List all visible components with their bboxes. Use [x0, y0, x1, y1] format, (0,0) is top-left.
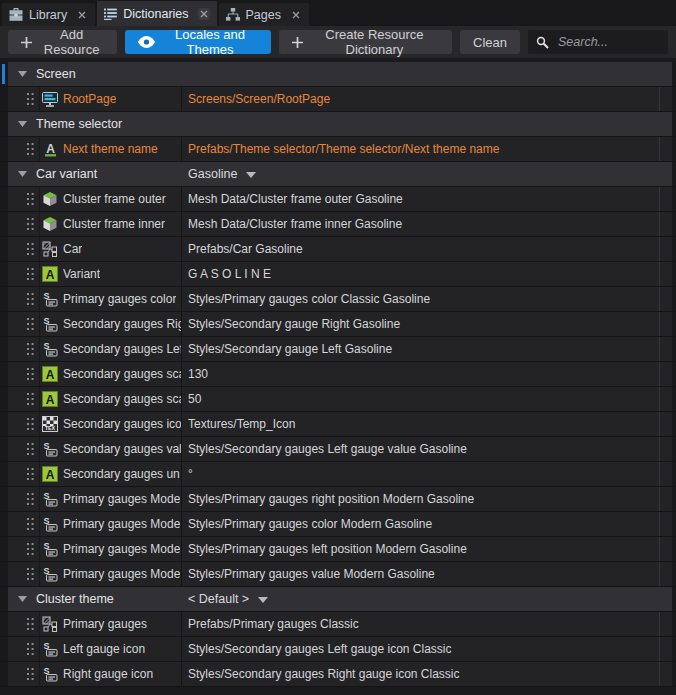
drag-handle[interactable] [8, 512, 40, 536]
drag-handle[interactable] [8, 612, 40, 636]
resource-row[interactable]: Primary gaugesPrefabs/Primary gauges Cla… [0, 612, 676, 637]
drag-handle[interactable] [8, 312, 40, 336]
drag-handle[interactable] [8, 462, 40, 486]
resource-value[interactable]: G A S O L I N E [181, 262, 660, 286]
style-icon: S [42, 666, 58, 682]
resource-row[interactable]: SPrimary gauges ModeStyles/Primary gauge… [0, 537, 676, 562]
section-header-screen[interactable]: Screen [0, 62, 676, 87]
collapse-arrow-icon[interactable] [18, 596, 27, 602]
resource-value[interactable]: Styles/Secondary gauge Right Gasoline [181, 312, 660, 336]
resource-value[interactable]: Prefabs/Car Gasoline [181, 237, 660, 261]
row-gutter [0, 387, 8, 411]
resource-row[interactable]: CarPrefabs/Car Gasoline [0, 237, 676, 262]
resource-row[interactable]: SSecondary gauges valStyles/Secondary ga… [0, 437, 676, 462]
drag-handle[interactable] [8, 337, 40, 361]
cluster-theme-dropdown[interactable]: < Default > [188, 592, 268, 606]
section-header-car-variant[interactable]: Car variantGasoline [0, 162, 676, 187]
resource-row[interactable]: ANext theme namePrefabs/Theme selector/T… [0, 137, 676, 162]
tab-pages[interactable]: Pages [219, 3, 309, 26]
search-box[interactable] [528, 30, 668, 54]
resource-value[interactable]: Styles/Primary gauges left position Mode… [181, 537, 660, 561]
resource-row[interactable]: TEXSecondary gauges icoTextures/Temp_Ico… [0, 412, 676, 437]
drag-handle[interactable] [8, 237, 40, 261]
resource-row[interactable]: SPrimary gauges ModeStyles/Primary gauge… [0, 562, 676, 587]
resource-value[interactable]: Styles/Secondary gauges Right gauge icon… [181, 662, 660, 686]
drag-handle[interactable] [8, 287, 40, 311]
resource-name-cell: Car [40, 237, 181, 261]
add-resource-button[interactable]: Add Resource [8, 30, 117, 54]
resource-value[interactable]: Styles/Primary gauges color Classic Gaso… [181, 287, 660, 311]
close-icon[interactable] [290, 9, 302, 21]
tab-library[interactable]: Library [2, 3, 95, 26]
resource-row[interactable]: ASecondary gauges un° [0, 462, 676, 487]
drag-handle[interactable] [8, 562, 40, 586]
drag-handle[interactable] [8, 262, 40, 286]
locales-and-themes-button[interactable]: Locales and Themes [125, 30, 271, 54]
drag-handle[interactable] [8, 212, 40, 236]
drag-handle[interactable] [8, 662, 40, 686]
resource-value[interactable]: Styles/Secondary gauge Left Gasoline [181, 337, 660, 361]
resource-name-cell: Cluster frame outer [40, 187, 181, 211]
resource-value[interactable]: Mesh Data/Cluster frame outer Gasoline [181, 187, 660, 211]
create-resource-dictionary-button[interactable]: Create Resource Dictionary [279, 30, 452, 54]
resource-row[interactable]: SSecondary gauges RigStyles/Secondary ga… [0, 312, 676, 337]
close-icon[interactable] [198, 8, 210, 20]
resource-value[interactable]: Styles/Secondary gauges Left gauge value… [181, 437, 660, 461]
car-variant-dropdown[interactable]: Gasoline [188, 167, 256, 181]
row-gutter [0, 337, 8, 361]
section-header-cluster-theme[interactable]: Cluster theme< Default > [0, 587, 676, 612]
section-header-theme-selector[interactable]: Theme selector [0, 112, 676, 137]
drag-handle[interactable] [8, 537, 40, 561]
resource-name-cell: Cluster frame inner [40, 212, 181, 236]
resource-value[interactable]: Styles/Primary gauges right position Mod… [181, 487, 660, 511]
resource-value[interactable]: Prefabs/Primary gauges Classic [181, 612, 660, 636]
svg-text:A: A [46, 368, 55, 382]
resource-value[interactable]: Styles/Secondary gauges Left gauge icon … [181, 637, 660, 661]
row-gutter [0, 512, 8, 536]
resource-value[interactable]: Styles/Primary gauges color Modern Gasol… [181, 512, 660, 536]
resource-row[interactable]: SPrimary gauges ModeStyles/Primary gauge… [0, 512, 676, 537]
drag-handle[interactable] [8, 387, 40, 411]
drag-handle[interactable] [8, 637, 40, 661]
resource-value[interactable]: 130 [181, 362, 660, 386]
drag-handle[interactable] [8, 487, 40, 511]
resource-row[interactable]: SPrimary gauges ModeStyles/Primary gauge… [0, 487, 676, 512]
resource-row[interactable]: AVariantG A S O L I N E [0, 262, 676, 287]
resource-row[interactable]: ASecondary gauges sca130 [0, 362, 676, 387]
resource-row[interactable]: SPrimary gauges colorStyles/Primary gaug… [0, 287, 676, 312]
drag-handle[interactable] [8, 412, 40, 436]
style-icon: S [42, 566, 58, 582]
drag-handle[interactable] [8, 362, 40, 386]
resource-row[interactable]: ASecondary gauges sca50 [0, 387, 676, 412]
resource-row[interactable]: SSecondary gauges LefStyles/Secondary ga… [0, 337, 676, 362]
drag-handle[interactable] [8, 187, 40, 211]
style-icon: S [42, 516, 58, 532]
resource-name: Primary gauges [63, 617, 147, 631]
resource-value[interactable]: ° [181, 462, 660, 486]
resource-value[interactable]: Styles/Primary gauges value Modern Gasol… [181, 562, 660, 586]
resource-row[interactable]: Cluster frame outerMesh Data/Cluster fra… [0, 187, 676, 212]
tab-dictionaries[interactable]: Dictionaries [97, 1, 216, 26]
resource-row[interactable]: Cluster frame innerMesh Data/Cluster fra… [0, 212, 676, 237]
resource-value[interactable]: Mesh Data/Cluster frame inner Gasoline [181, 212, 660, 236]
resource-name: Secondary gauges Lef [63, 342, 181, 356]
drag-handle[interactable] [8, 437, 40, 461]
resource-value[interactable]: Screens/Screen/RootPage [181, 87, 660, 111]
clean-button[interactable]: Clean [460, 30, 520, 54]
collapse-arrow-icon[interactable] [18, 171, 27, 177]
resource-row[interactable]: SLeft gauge iconStyles/Secondary gauges … [0, 637, 676, 662]
row-end-cell [660, 187, 672, 211]
resource-value[interactable]: 50 [181, 387, 660, 411]
resource-value[interactable]: Prefabs/Theme selector/Theme selector/Ne… [181, 137, 660, 161]
collapse-arrow-icon[interactable] [18, 121, 27, 127]
collapse-arrow-icon[interactable] [18, 71, 27, 77]
search-input[interactable] [556, 34, 660, 50]
tab-label: Dictionaries [123, 7, 188, 21]
drag-handle[interactable] [8, 137, 40, 161]
resource-row[interactable]: SRight gauge iconStyles/Secondary gauges… [0, 662, 676, 687]
close-icon[interactable] [76, 9, 88, 21]
drag-handle[interactable] [8, 87, 40, 111]
resource-row[interactable]: RootPageScreens/Screen/RootPage [0, 87, 676, 112]
row-gutter [672, 662, 676, 686]
resource-value[interactable]: Textures/Temp_Icon [181, 412, 660, 436]
